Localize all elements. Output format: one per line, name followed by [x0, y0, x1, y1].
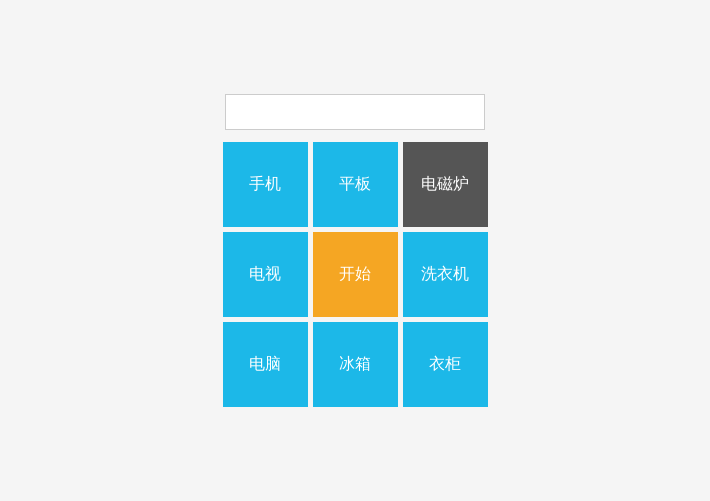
cell-phone[interactable]: 手机	[223, 142, 308, 227]
cell-washer[interactable]: 洗衣机	[403, 232, 488, 317]
cell-fridge[interactable]: 冰箱	[313, 322, 398, 407]
cell-induction-cooker[interactable]: 电磁炉	[403, 142, 488, 227]
main-container: 手机 平板 电磁炉 电视 开始 洗衣机 电脑 冰箱 衣柜	[223, 94, 488, 407]
cell-start[interactable]: 开始	[313, 232, 398, 317]
cell-tablet[interactable]: 平板	[313, 142, 398, 227]
cell-tv[interactable]: 电视	[223, 232, 308, 317]
search-bar	[225, 94, 485, 130]
search-input[interactable]	[225, 94, 485, 130]
cell-wardrobe[interactable]: 衣柜	[403, 322, 488, 407]
cell-computer[interactable]: 电脑	[223, 322, 308, 407]
grid: 手机 平板 电磁炉 电视 开始 洗衣机 电脑 冰箱 衣柜	[223, 142, 488, 407]
